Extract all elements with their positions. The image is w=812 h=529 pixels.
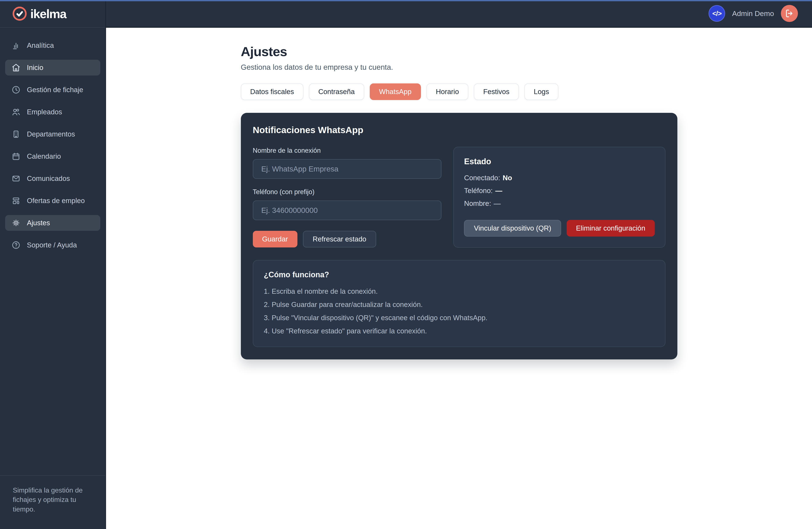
tab-logs[interactable]: Logs xyxy=(524,84,559,100)
sidebar-tagline: Simplifica la gestión de fichajes y opti… xyxy=(0,475,105,529)
sidebar-item-label: Ajustes xyxy=(27,219,50,227)
user-name: Admin Demo xyxy=(732,10,774,18)
sidebar-item-ajustes[interactable]: Ajustes xyxy=(5,215,100,231)
sidebar-item-empleados[interactable]: Empleados xyxy=(5,104,100,120)
sidebar-item-label: Ofertas de empleo xyxy=(27,197,85,205)
sidebar-item-label: Calendario xyxy=(27,152,61,160)
how-step: 4. Use "Refrescar estado" para verificar… xyxy=(264,327,654,335)
topbar: </> Admin Demo xyxy=(106,0,812,28)
status-panel: Estado Conectado:No Teléfono:— Nombre:— xyxy=(453,147,665,248)
sidebar-item-label: Gestión de fichaje xyxy=(27,86,83,94)
sidebar-item-gestion-fichaje[interactable]: Gestión de fichaje xyxy=(5,82,100,98)
settings-tabs: Datos fiscales Contraseña WhatsApp Horar… xyxy=(241,84,677,100)
phone-label: Teléfono (con prefijo) xyxy=(253,188,441,196)
building-icon xyxy=(12,130,20,139)
tab-contrasena[interactable]: Contraseña xyxy=(309,84,364,100)
sidebar-item-analitica[interactable]: Analítica xyxy=(5,38,100,53)
delete-config-button[interactable]: Eliminar configuración xyxy=(567,220,655,237)
connection-name-input[interactable] xyxy=(253,159,441,179)
clock-icon xyxy=(12,85,20,94)
tab-festivos[interactable]: Festivos xyxy=(474,84,519,100)
tab-whatsapp[interactable]: WhatsApp xyxy=(370,84,421,100)
sidebar-item-label: Inicio xyxy=(27,63,43,72)
home-icon xyxy=(12,63,20,72)
calendar-icon xyxy=(12,152,20,161)
sidebar-item-label: Analítica xyxy=(27,41,54,49)
save-button[interactable]: Guardar xyxy=(253,231,298,247)
how-step: 3. Pulse "Vincular dispositivo (QR)" y e… xyxy=(264,314,654,322)
how-step: 1. Escriba el nombre de la conexión. xyxy=(264,287,654,295)
how-step: 2. Pulse Guardar para crear/actualizar l… xyxy=(264,300,654,309)
sidebar-item-departamentos[interactable]: Departamentos xyxy=(5,126,100,142)
bar-chart-icon xyxy=(12,41,20,50)
sidebar-item-comunicados[interactable]: Comunicados xyxy=(5,171,100,187)
settings-page: Ajustes Gestiona los datos de tu empresa… xyxy=(241,28,677,359)
mail-icon xyxy=(12,174,20,183)
main-area: </> Admin Demo Ajustes Gestiona los dato… xyxy=(106,0,812,529)
sidebar-logo[interactable]: ikelma xyxy=(0,0,105,28)
how-it-works-box: ¿Cómo funciona? 1. Escriba el nombre de … xyxy=(253,260,665,347)
code-icon: </> xyxy=(712,10,722,17)
log-out-icon xyxy=(785,9,794,18)
layout-icon xyxy=(12,196,20,205)
how-it-works-title: ¿Cómo funciona? xyxy=(264,270,654,279)
connection-name-label: Nombre de la conexión xyxy=(253,147,441,155)
sidebar-item-soporte-ayuda[interactable]: Soporte / Ayuda xyxy=(5,237,100,253)
status-title: Estado xyxy=(464,157,655,166)
tab-datos-fiscales[interactable]: Datos fiscales xyxy=(241,84,303,100)
status-buttons: Vincular dispositivo (QR) Eliminar confi… xyxy=(464,220,655,237)
logout-button[interactable] xyxy=(781,5,798,22)
status-rows: Conectado:No Teléfono:— Nombre:— xyxy=(464,174,655,208)
page-subtitle: Gestiona los datos de tu empresa y tu cu… xyxy=(241,63,677,72)
sidebar-item-label: Soporte / Ayuda xyxy=(27,241,77,249)
status-row-phone: Teléfono:— xyxy=(464,187,655,195)
form-buttons: Guardar Refrescar estado xyxy=(253,231,441,247)
sidebar-item-inicio[interactable]: Inicio xyxy=(5,60,100,75)
status-row-name: Nombre:— xyxy=(464,200,655,208)
top-accent-strip xyxy=(0,0,812,1)
dev-mode-button[interactable]: </> xyxy=(709,5,725,22)
status-label: Conectado: xyxy=(464,174,500,182)
content-area: Ajustes Gestiona los datos de tu empresa… xyxy=(106,28,812,529)
how-it-works-steps: 1. Escriba el nombre de la conexión. 2. … xyxy=(264,287,654,335)
card-grid: Nombre de la conexión Teléfono (con pref… xyxy=(253,147,665,248)
brand-check-icon xyxy=(12,5,28,22)
sidebar-item-calendario[interactable]: Calendario xyxy=(5,148,100,164)
tab-horario[interactable]: Horario xyxy=(426,84,468,100)
card-title: Notificaciones WhatsApp xyxy=(253,125,665,135)
page-title: Ajustes xyxy=(241,44,677,59)
sidebar-item-ofertas-empleo[interactable]: Ofertas de empleo xyxy=(5,193,100,209)
help-circle-icon xyxy=(12,240,20,250)
status-label: Nombre: xyxy=(464,200,491,207)
sidebar-item-label: Departamentos xyxy=(27,130,75,138)
app-shell: ikelma Analítica Inicio xyxy=(0,0,812,529)
status-row-connected: Conectado:No xyxy=(464,174,655,182)
users-icon xyxy=(12,107,20,116)
connection-form: Nombre de la conexión Teléfono (con pref… xyxy=(253,147,441,247)
sun-icon xyxy=(12,218,20,227)
status-value: — xyxy=(494,200,501,207)
status-value: No xyxy=(503,174,512,182)
whatsapp-notifications-card: Notificaciones WhatsApp Nombre de la con… xyxy=(241,113,677,359)
sidebar-nav: Analítica Inicio Gestión de fichaje xyxy=(0,28,105,475)
sidebar-item-label: Comunicados xyxy=(27,175,70,182)
status-label: Teléfono: xyxy=(464,187,493,194)
brand-name: ikelma xyxy=(30,6,66,21)
phone-input[interactable] xyxy=(253,201,441,220)
sidebar: ikelma Analítica Inicio xyxy=(0,0,106,529)
sidebar-item-label: Empleados xyxy=(27,108,62,116)
status-value: — xyxy=(495,187,502,194)
link-device-qr-button[interactable]: Vincular dispositivo (QR) xyxy=(464,220,561,237)
refresh-status-button[interactable]: Refrescar estado xyxy=(303,231,376,247)
